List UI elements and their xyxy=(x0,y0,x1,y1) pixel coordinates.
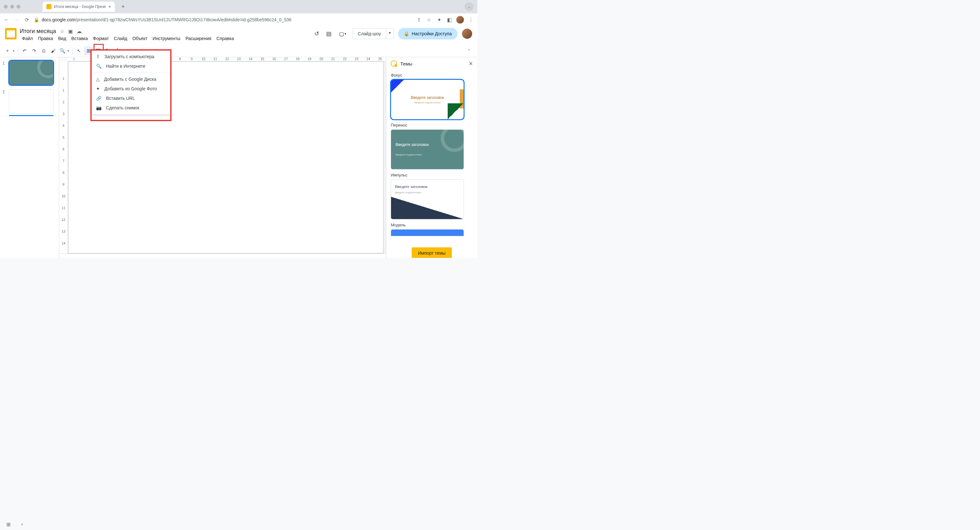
history-icon[interactable]: ↺ xyxy=(313,30,321,38)
menu-camera[interactable]: 📷 Сделать снимок xyxy=(91,103,171,113)
slides-logo-icon[interactable] xyxy=(5,28,16,40)
redo-button[interactable]: ↷ xyxy=(30,46,38,56)
theme-name-focus: Фокус xyxy=(391,73,473,78)
drive-icon: △ xyxy=(96,77,100,82)
thumb-number: 2 xyxy=(3,89,7,94)
bookmark-icon[interactable]: ☆ xyxy=(426,16,432,23)
themes-panel-title: Темы xyxy=(400,61,466,67)
zoom-button[interactable]: 🔍▾ xyxy=(58,46,70,56)
search-icon: 🔍 xyxy=(96,63,102,69)
forward-button[interactable]: → xyxy=(13,16,20,23)
window-controls xyxy=(4,5,21,9)
scrollbar-gutter[interactable] xyxy=(383,61,386,253)
slideshow-dropdown[interactable]: ▼ xyxy=(386,28,394,39)
menu-tools[interactable]: Инструменты xyxy=(151,35,183,42)
menu-upload-from-computer[interactable]: ⇧ Загрузить с компьютера xyxy=(91,52,171,61)
lock-icon: 🔒 xyxy=(404,31,409,36)
share-button[interactable]: 🔒 Настройки Доступа xyxy=(398,28,458,40)
lock-icon: 🔒 xyxy=(34,17,39,22)
browser-tab[interactable]: Итоги месяца - Google Презе × xyxy=(43,2,115,12)
menu-extensions[interactable]: Расширения xyxy=(183,35,213,42)
theme-card-model[interactable] xyxy=(391,229,464,236)
menu-file[interactable]: Файл xyxy=(20,35,35,42)
theme-card-perenos[interactable]: Введите заголовок Введите подзаголовок xyxy=(391,129,464,170)
meet-button[interactable]: ▢▾ xyxy=(337,29,348,39)
menu-edit[interactable]: Правка xyxy=(36,35,55,42)
slides-favicon-icon xyxy=(46,4,51,9)
menu-from-drive[interactable]: △ Добавить с Google Диска xyxy=(91,75,171,84)
theme-name-impulse: Импульс xyxy=(391,173,473,178)
theme-name-model: Модель xyxy=(391,222,473,227)
theme-card-focus[interactable]: Введите заголовок Введите подзаголовок xyxy=(391,79,464,119)
window-maximize[interactable] xyxy=(16,5,21,9)
insert-image-menu: ⇧ Загрузить с компьютера 🔍 Найти в Интер… xyxy=(91,50,171,114)
back-button[interactable]: ← xyxy=(3,16,10,23)
account-avatar[interactable] xyxy=(462,29,472,39)
window-minimize[interactable] xyxy=(10,5,14,9)
menu-object[interactable]: Объект xyxy=(130,35,150,42)
sidepanel-icon[interactable]: ◧ xyxy=(446,16,452,23)
theme-card-impulse[interactable]: Введите заголовок Введите подзаголовок xyxy=(391,179,464,219)
share-page-icon[interactable]: ⇧ xyxy=(415,16,422,23)
menu-format[interactable]: Формат xyxy=(91,35,111,42)
new-tab-button[interactable]: + xyxy=(119,2,127,11)
paint-format-button[interactable]: 🖌 xyxy=(49,46,57,56)
slide-thumbnail-2[interactable] xyxy=(9,89,54,114)
print-button[interactable]: ⎙ xyxy=(39,46,48,56)
palette-icon xyxy=(391,60,397,67)
extensions-icon[interactable]: ✦ xyxy=(436,16,442,23)
browser-profile-avatar[interactable] xyxy=(456,16,464,24)
browser-toolbar: ← → ⟳ 🔒 docs.google.com/presentation/d/1… xyxy=(0,13,477,26)
thumb-number: 1 xyxy=(3,60,7,65)
toolbar: ＋▾ ↶ ↷ ⎙ 🖌 🔍▾ ↖ ⊞ 🖼 ◯▾ ╲▾ ⊕ Pу▾ ⌃ xyxy=(0,44,477,57)
themes-close-button[interactable]: ✕ xyxy=(469,61,473,67)
menu-bar: Файл Правка Вид Вставка Формат Слайд Объ… xyxy=(20,35,236,42)
import-theme-button[interactable]: Импорт темы xyxy=(412,248,452,258)
comments-icon[interactable]: ▤ xyxy=(325,30,333,38)
upload-icon: ⇧ xyxy=(96,54,100,59)
url-path: /presentation/d/1-qp78zwChWsYUs3B1SUnl12… xyxy=(75,17,291,22)
themes-panel: Темы ✕ Фокус Введите заголовок Введите п… xyxy=(386,57,477,258)
slide-thumbnails-panel: 1 2 xyxy=(0,57,59,258)
insertion-indicator xyxy=(9,115,54,116)
menu-from-photos[interactable]: ✦ Добавить из Google Фото xyxy=(91,84,171,94)
browser-menu-icon[interactable]: ⋮ xyxy=(468,16,474,23)
collapse-toolbar-button[interactable]: ⌃ xyxy=(465,46,474,56)
address-bar[interactable]: 🔒 docs.google.com/presentation/d/1-qp78z… xyxy=(34,17,412,22)
menu-by-url[interactable]: 🔗 Вставить URL xyxy=(91,94,171,103)
theme-name-perenos: Перенос xyxy=(391,123,473,127)
window-close[interactable] xyxy=(4,5,8,9)
browser-tab-strip: Итоги месяца - Google Презе × + ⌄ xyxy=(0,0,477,13)
cloud-status-icon[interactable]: ☁ xyxy=(77,28,82,34)
move-to-folder-icon[interactable]: ▣ xyxy=(68,28,73,34)
star-icon[interactable]: ☆ xyxy=(60,28,64,34)
new-slide-button[interactable]: ＋▾ xyxy=(4,46,16,56)
app-header: Итоги месяца ☆ ▣ ☁ Файл Правка Вид Встав… xyxy=(0,26,477,44)
link-icon: 🔗 xyxy=(96,96,102,101)
tab-title: Итоги месяца - Google Презе xyxy=(54,5,106,9)
vertical-ruler[interactable]: 11234567891011121314 xyxy=(59,61,68,253)
camera-icon: 📷 xyxy=(96,105,102,110)
reload-button[interactable]: ⟳ xyxy=(24,16,30,23)
menu-view[interactable]: Вид xyxy=(56,35,68,42)
main-area: 1 2 112345678910111213141516171819202122… xyxy=(0,57,477,258)
slideshow-button[interactable]: Слайд-шоу xyxy=(353,28,387,39)
video-icon: ▢ xyxy=(339,31,344,37)
url-domain: docs.google.com xyxy=(42,17,75,22)
select-tool[interactable]: ↖ xyxy=(75,46,83,56)
share-label: Настройки Доступа xyxy=(412,31,452,36)
tab-close-icon[interactable]: × xyxy=(108,4,111,9)
slide-thumbnail-1[interactable] xyxy=(9,60,54,85)
tab-overflow-button[interactable]: ⌄ xyxy=(465,2,474,11)
undo-button[interactable]: ↶ xyxy=(20,46,29,56)
menu-search-web[interactable]: 🔍 Найти в Интернете xyxy=(91,61,171,71)
menu-help[interactable]: Справка xyxy=(214,35,236,42)
menu-slide[interactable]: Слайд xyxy=(112,35,129,42)
doc-title[interactable]: Итоги месяца xyxy=(20,28,56,35)
speaker-notes[interactable]: Нажмите, чтобы добавить заметки докладчи… xyxy=(59,253,386,258)
photos-icon: ✦ xyxy=(96,86,100,91)
menu-insert[interactable]: Вставка xyxy=(69,35,90,42)
